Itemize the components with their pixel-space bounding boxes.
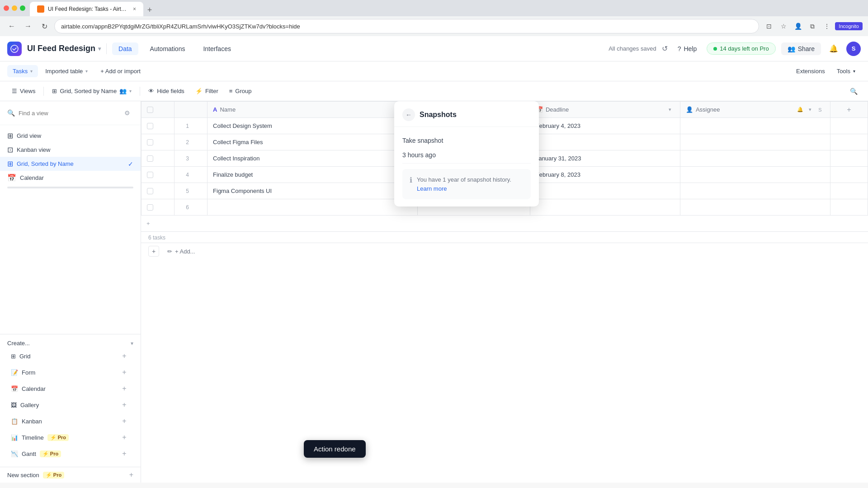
row6-name[interactable] [208,199,418,216]
row6-deadline[interactable] [530,199,680,216]
hide-icon: 👁 [148,88,154,94]
row5-assignee[interactable] [680,183,830,199]
row1-name[interactable]: Collect Design System [208,118,418,134]
sidebar-settings-button[interactable]: ⚙ [121,107,133,119]
row1-check[interactable] [142,118,175,134]
add-row-button[interactable]: + [141,216,868,232]
create-gallery-item[interactable]: 🖼 Gallery + [7,397,133,413]
row6-check[interactable] [142,199,175,216]
create-timeline-item[interactable]: 📊 Timeline ⚡Pro + [7,430,133,445]
name-header[interactable]: A Name ▾ + [208,102,418,118]
header-checkbox[interactable] [147,107,153,113]
profile-icon[interactable]: 👤 [792,20,804,33]
add-section-button[interactable]: + [129,471,133,479]
sidebar-item-grid-sorted[interactable]: ⊞ Grid, Sorted by Name ✓ [0,157,141,171]
assignee-header[interactable]: 👤 Assignee 🔔 ▾ S [680,102,830,118]
row4-deadline[interactable]: February 8, 2023 [530,167,680,183]
add-kanban-button[interactable]: + [119,416,130,427]
search-button[interactable]: 🔍 [846,84,861,99]
sidebar-item-calendar[interactable]: 📅 Calendar [0,171,141,185]
assignee-col-more[interactable]: ▾ [806,105,815,114]
bookmark-icon[interactable]: ☆ [777,20,790,33]
snapshots-back-button[interactable]: ← [402,108,415,121]
add-gantt-button[interactable]: + [119,448,130,459]
deadline-header[interactable]: 📅 Deadline ▾ [530,102,680,118]
row3-check[interactable] [142,150,175,167]
filter-label: Filter [205,88,218,94]
row6-assignee[interactable] [680,199,830,216]
row5-check[interactable] [142,183,175,199]
back-button[interactable]: ← [5,20,18,33]
sidebar-search-input[interactable] [19,110,117,117]
browser-tab[interactable]: UI Feed Redesign: Tasks - Airtab... × [30,2,143,16]
create-grid-item[interactable]: ⊞ Grid + [7,348,133,364]
notifications-button[interactable]: 🔔 [826,42,841,56]
more-icon[interactable]: ⋮ [821,20,833,33]
interfaces-nav-item[interactable]: Interfaces [197,42,237,55]
filter-button[interactable]: ⚡ Filter [191,85,223,97]
row2-name[interactable]: Collect Figma Files [208,134,418,150]
row5-name[interactable]: Figma Components UI [208,183,418,199]
hide-fields-button[interactable]: 👁 Hide fields [144,85,189,97]
sidebar-item-kanban-view[interactable]: ⊡ Kanban view [0,143,141,157]
tools-button[interactable]: Tools ▾ [831,65,861,77]
row4-assignee[interactable] [680,167,830,183]
take-snapshot-button[interactable]: Take snapshot [402,134,531,147]
tasks-tab[interactable]: Tasks ▾ [7,65,38,77]
row1-assignee[interactable] [680,118,830,134]
tab-close-button[interactable]: × [133,6,136,12]
assignee-col-extra[interactable]: S [816,105,825,114]
row2-assignee[interactable] [680,134,830,150]
row2-deadline[interactable] [530,134,680,150]
address-bar[interactable]: airtable.com/appnB2PYqtdgiMrZG/tbliXpR4Z… [54,19,759,33]
add-plus-button[interactable]: + [148,246,159,257]
row2-check[interactable] [142,134,175,150]
extensions-button[interactable]: Extensions [791,65,830,77]
refresh-button[interactable]: ↻ [38,20,51,33]
row1-deadline[interactable]: February 4, 2023 [530,118,680,134]
avatar[interactable]: S [846,42,861,56]
history-icon[interactable]: ↺ [662,44,668,53]
help-button[interactable]: ? Help [673,42,702,55]
group-button[interactable]: ≡ Group [225,85,256,97]
new-tab-button[interactable]: + [143,4,156,16]
add-col-header[interactable]: + [830,102,868,118]
cast-icon[interactable]: ⊡ [763,20,775,33]
add-import-button[interactable]: + Add or import [95,65,146,77]
create-gantt-item[interactable]: 📉 Gantt ⚡Pro + [7,446,133,461]
row3-name[interactable]: Collect Inspiration [208,150,418,167]
imported-table-tab[interactable]: Imported table ▾ [40,65,93,77]
new-section-button[interactable]: New section ⚡Pro + [0,467,141,483]
views-button[interactable]: ☰ Views [7,85,40,97]
data-nav-item[interactable]: Data [112,42,138,55]
add-timeline-button[interactable]: + [119,432,130,443]
create-form-item[interactable]: 📝 Form + [7,365,133,380]
pro-badge[interactable]: 14 days left on Pro [707,42,775,55]
learn-more-link[interactable]: Learn more [417,185,447,192]
create-calendar-item[interactable]: 📅 Calendar + [7,381,133,396]
add-grid-button[interactable]: + [119,351,130,361]
row4-name[interactable]: Finalize budget [208,167,418,183]
grid-name-button[interactable]: ⊞ Grid, Sorted by Name 👥 ▾ [47,85,136,97]
timeline-pro-tag: ⚡Pro [47,434,69,441]
add-gallery-button[interactable]: + [119,399,130,410]
assignee-col-bell[interactable]: 🔔 [796,105,805,114]
snapshot-item-3h[interactable]: 3 hours ago [402,147,531,164]
row3-deadline[interactable]: January 31, 2023 [530,150,680,167]
add-form-button[interactable]: + [119,367,130,378]
row5-deadline[interactable] [530,183,680,199]
app-name-caret-icon: ▾ [98,46,101,52]
share-button[interactable]: 👥 Share [781,42,821,55]
sidebar-item-grid-view[interactable]: ⊞ Grid view [0,129,141,143]
extensions-icon[interactable]: ⧉ [806,20,819,33]
automations-nav-item[interactable]: Automations [144,42,192,55]
create-header[interactable]: Create... ▾ [7,340,133,347]
forward-button[interactable]: → [22,20,34,33]
add-calendar-button[interactable]: + [119,383,130,394]
create-kanban-item[interactable]: 📋 Kanban + [7,413,133,429]
add-label-button[interactable]: ✏ + Add... [163,246,199,257]
deadline-col-more[interactable]: ▾ [665,105,675,114]
row3-assignee[interactable] [680,150,830,167]
row4-check[interactable] [142,167,175,183]
app-name[interactable]: UI Feed Redesign ▾ [27,44,101,53]
